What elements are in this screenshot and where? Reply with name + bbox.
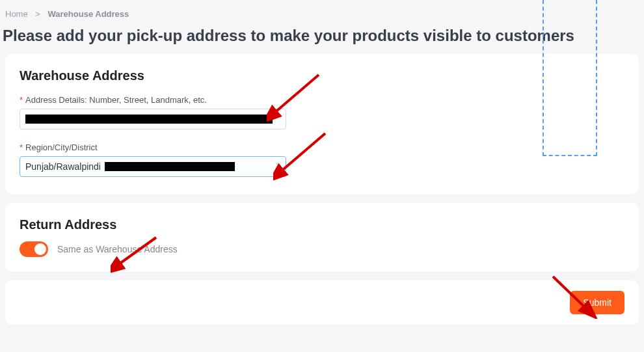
toggle-knob bbox=[34, 243, 46, 255]
breadcrumb-separator: > bbox=[35, 9, 40, 19]
chevron-down-icon: ˅ bbox=[275, 162, 279, 171]
redacted-text bbox=[105, 162, 235, 171]
breadcrumb-home[interactable]: Home bbox=[5, 9, 28, 19]
address-details-label: *Address Details: Number, Street, Landma… bbox=[20, 95, 624, 105]
submit-button[interactable]: Submit bbox=[570, 291, 624, 314]
required-asterisk: * bbox=[20, 142, 23, 152]
required-asterisk: * bbox=[20, 95, 23, 105]
submit-bar: Submit bbox=[5, 280, 639, 325]
region-select[interactable]: Punjab/Rawalpindi ˅ bbox=[20, 156, 286, 177]
same-as-warehouse-row: Same as Warehouse Address bbox=[20, 241, 624, 257]
breadcrumb: Home > Warehouse Address bbox=[0, 0, 644, 24]
return-address-card: Return Address Same as Warehouse Address bbox=[5, 203, 639, 271]
same-as-warehouse-label: Same as Warehouse Address bbox=[57, 244, 178, 254]
warehouse-address-title: Warehouse Address bbox=[20, 68, 624, 83]
region-value: Punjab/Rawalpindi bbox=[25, 161, 101, 172]
return-address-title: Return Address bbox=[20, 217, 624, 232]
breadcrumb-current: Warehouse Address bbox=[48, 9, 129, 19]
address-details-field: *Address Details: Number, Street, Landma… bbox=[20, 95, 624, 129]
address-details-input[interactable] bbox=[20, 109, 286, 129]
same-as-warehouse-toggle[interactable] bbox=[20, 241, 48, 257]
redacted-text bbox=[25, 115, 273, 124]
page-title: Please add your pick-up address to make … bbox=[0, 24, 644, 54]
region-field: *Region/City/District Punjab/Rawalpindi … bbox=[20, 142, 624, 177]
region-label: *Region/City/District bbox=[20, 142, 624, 152]
warehouse-address-card: Warehouse Address *Address Details: Numb… bbox=[5, 54, 639, 194]
